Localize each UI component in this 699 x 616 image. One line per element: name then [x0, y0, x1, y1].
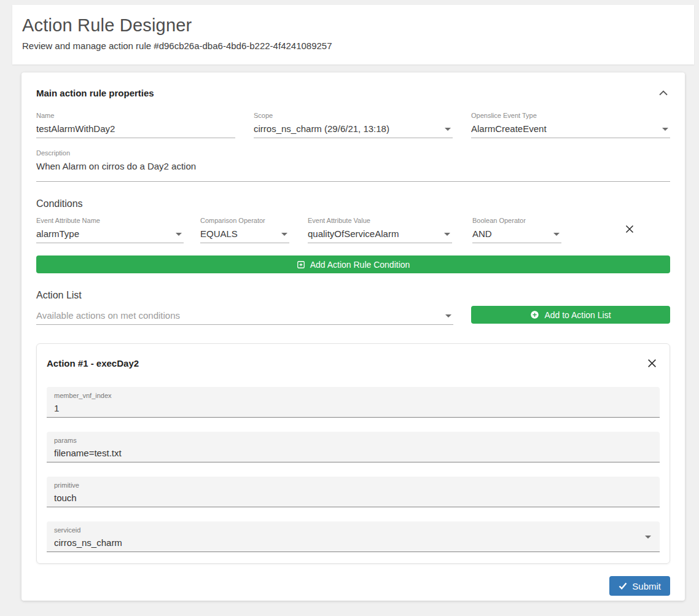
condition-row: Event Attribute Name alarmType Compariso… — [36, 217, 670, 243]
available-actions-select[interactable]: Available actions on met conditions — [36, 306, 453, 325]
add-circle-icon — [530, 310, 539, 319]
primitive-value: touch — [54, 493, 652, 503]
comparison-operator-label: Comparison Operator — [200, 217, 289, 225]
conditions-title: Conditions — [36, 198, 670, 209]
caret-down-icon — [445, 128, 451, 131]
caret-down-icon — [553, 233, 560, 236]
member-vnf-index-label: member_vnf_index — [54, 392, 652, 400]
event-type-value: AlarmCreateEvent — [471, 123, 670, 134]
available-actions-placeholder: Available actions on met conditions — [36, 310, 453, 321]
event-attribute-value-select[interactable]: Event Attribute Value qualityOfServiceAl… — [308, 217, 452, 243]
action-rule-form-card: Main action rule properties Name testAla… — [21, 72, 685, 601]
main-properties-title: Main action rule properties — [36, 88, 154, 98]
scope-value: cirros_ns_charm (29/6/21, 13:18) — [254, 123, 453, 134]
action-card: Action #1 - execDay2 member_vnf_index 1 … — [36, 343, 670, 564]
boolean-operator-select[interactable]: Boolean Operator AND — [472, 217, 561, 243]
name-value: testAlarmWithDay2 — [36, 123, 235, 134]
action-list-controls: Available actions on met conditions Add … — [36, 306, 670, 325]
params-label: params — [54, 437, 652, 445]
event-attribute-name-label: Event Attribute Name — [36, 217, 184, 225]
boolean-operator-value: AND — [472, 228, 561, 239]
action-card-header: Action #1 - execDay2 — [47, 357, 660, 368]
comparison-operator-value: EQUALS — [200, 228, 289, 239]
name-input[interactable]: Name testAlarmWithDay2 — [36, 112, 235, 138]
primitive-label: primitive — [54, 481, 652, 489]
remove-condition-button[interactable] — [625, 224, 635, 234]
caret-down-icon — [662, 128, 668, 131]
page-title: Action Rule Designer — [22, 15, 684, 36]
event-attribute-value-value: qualityOfServiceAlarm — [308, 228, 452, 239]
add-condition-button[interactable]: Add Action Rule Condition — [36, 255, 670, 273]
serviceid-value: cirros_ns_charm — [54, 537, 652, 548]
action-list-title: Action List — [36, 289, 670, 301]
close-icon — [625, 224, 635, 234]
caret-down-icon — [445, 314, 451, 318]
event-type-label: Openslice Event Type — [471, 112, 670, 120]
boolean-operator-label: Boolean Operator — [472, 217, 561, 225]
serviceid-label: serviceid — [54, 526, 652, 534]
serviceid-select[interactable]: serviceid cirros_ns_charm — [47, 521, 660, 552]
collapse-panel-button[interactable] — [657, 86, 670, 99]
caret-down-icon — [176, 233, 182, 236]
add-condition-button-label: Add Action Rule Condition — [310, 260, 410, 270]
submit-row: Submit — [36, 576, 670, 596]
event-attribute-name-value: alarmType — [36, 228, 184, 239]
check-icon — [619, 582, 627, 590]
submit-button[interactable]: Submit — [609, 576, 670, 596]
main-properties-header: Main action rule properties — [36, 87, 670, 98]
chevron-up-icon — [659, 90, 668, 96]
primitive-input[interactable]: primitive touch — [47, 477, 660, 507]
description-value: When Alarm on cirros do a Day2 action — [36, 161, 670, 171]
caret-down-icon — [645, 536, 651, 539]
add-box-icon — [297, 260, 305, 269]
page-header: Action Rule Designer Review and manage a… — [12, 5, 694, 64]
description-input[interactable]: Description When Alarm on cirros do a Da… — [36, 149, 670, 182]
event-type-select[interactable]: Openslice Event Type AlarmCreateEvent — [471, 112, 670, 138]
scope-select[interactable]: Scope cirros_ns_charm (29/6/21, 13:18) — [254, 112, 453, 138]
description-label: Description — [36, 149, 670, 157]
caret-down-icon — [444, 233, 450, 236]
event-attribute-value-label: Event Attribute Value — [308, 217, 452, 225]
submit-button-label: Submit — [632, 581, 661, 591]
member-vnf-index-input[interactable]: member_vnf_index 1 — [47, 387, 660, 418]
action-title: Action #1 - execDay2 — [47, 358, 139, 368]
scope-label: Scope — [254, 112, 453, 120]
params-value: filename=test.txt — [54, 448, 652, 458]
close-icon — [647, 358, 657, 368]
member-vnf-index-value: 1 — [54, 403, 652, 413]
remove-action-button[interactable] — [644, 358, 660, 368]
properties-row: Name testAlarmWithDay2 Scope cirros_ns_c… — [36, 112, 670, 138]
add-to-action-list-button[interactable]: Add to Action List — [471, 306, 670, 324]
caret-down-icon — [281, 233, 287, 236]
name-label: Name — [36, 112, 235, 120]
event-attribute-name-select[interactable]: Event Attribute Name alarmType — [36, 217, 184, 243]
params-input[interactable]: params filename=test.txt — [47, 432, 660, 462]
add-to-action-list-button-label: Add to Action List — [544, 310, 611, 320]
comparison-operator-select[interactable]: Comparison Operator EQUALS — [200, 217, 289, 243]
page-subtitle: Review and manage action rule #d96cb26a-… — [22, 41, 684, 51]
